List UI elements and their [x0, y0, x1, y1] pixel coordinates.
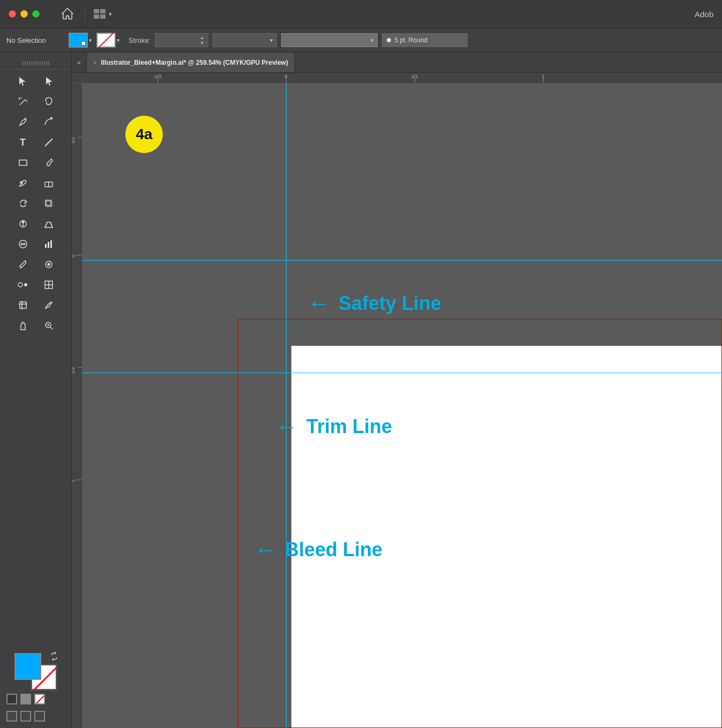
transform-tool[interactable]	[37, 194, 61, 213]
toolbox-swatches	[0, 647, 71, 728]
guide-horizontal-top	[82, 260, 722, 261]
svg-line-23	[45, 222, 47, 228]
measure-tool[interactable]	[37, 255, 61, 274]
svg-marker-5	[46, 77, 52, 86]
app-title: Adob	[695, 10, 713, 19]
none-mode-icon[interactable]	[34, 694, 45, 704]
graph-tool[interactable]	[37, 234, 61, 254]
color-swatch-stack[interactable]	[14, 653, 57, 691]
zoom-tool[interactable]	[37, 316, 61, 335]
tool-row-12	[0, 295, 71, 315]
magic-wand-tool[interactable]	[11, 92, 35, 111]
svg-line-6	[20, 100, 25, 105]
swap-colors-icon[interactable]	[49, 651, 59, 664]
ruler-vlabel-half1: 1/2	[72, 137, 76, 144]
puppet-warp-tool[interactable]	[11, 214, 35, 233]
step-badge: 4a	[125, 116, 163, 153]
stroke-style-dropdown[interactable]: ▾	[213, 33, 277, 47]
guide-vertical-main	[286, 84, 287, 728]
type-tool[interactable]: T	[11, 133, 35, 152]
eraser-tool[interactable]	[37, 173, 61, 193]
document-tab[interactable]: × Illustrator_Bleed+Margin.ai* @ 259.54%…	[87, 52, 295, 72]
fill-dropdown-arrow[interactable]: ▾	[89, 37, 92, 44]
direct-selection-tool[interactable]	[37, 72, 61, 91]
lasso-tool[interactable]	[37, 92, 61, 111]
line-tool[interactable]	[37, 133, 61, 152]
symbol-tool[interactable]	[11, 234, 35, 254]
pencil-tool[interactable]	[11, 173, 35, 193]
workspace-switcher[interactable]: ▾	[94, 9, 112, 19]
tool-row-11	[0, 275, 71, 294]
draw-normal-icon[interactable]	[6, 711, 17, 722]
trim-line-annotation: ← Trim Line	[275, 415, 392, 438]
fill-swatch-front[interactable]	[14, 653, 41, 680]
ruler-vlabel-one: 1	[72, 480, 76, 482]
ruler-vtick-2	[76, 255, 82, 255]
svg-point-10	[25, 118, 26, 119]
svg-point-36	[18, 283, 22, 287]
stroke-down-btn[interactable]: ▼	[198, 40, 206, 46]
gradient-mode-icon[interactable]	[20, 694, 31, 704]
hand-tool[interactable]	[11, 316, 35, 335]
blend-tool[interactable]	[11, 275, 35, 294]
svg-line-46	[50, 327, 52, 329]
color-mode-icon[interactable]	[6, 694, 17, 704]
rotate-tool[interactable]	[11, 194, 35, 213]
canvas-area: « × Illustrator_Bleed+Margin.ai* @ 259.5…	[72, 52, 722, 728]
svg-line-7	[19, 98, 20, 100]
ruler-marks-horizontal: -1/2 0 1/2 1	[82, 73, 722, 83]
ruler-vlabel-zero: 0	[72, 255, 76, 257]
stroke-dropdown-arrow[interactable]: ▾	[117, 37, 120, 44]
canvas-with-rulers[interactable]: -1/2 0 1/2 1 1/2 0 1/2 1	[72, 73, 722, 728]
svg-line-8	[21, 97, 22, 98]
pen-tool[interactable]	[11, 112, 35, 132]
safety-line-arrow: ←	[307, 292, 330, 315]
curvature-tool[interactable]	[37, 112, 61, 132]
titlebar-divider	[85, 6, 85, 21]
gradient-mesh-tool[interactable]	[37, 275, 61, 294]
fill-color-swatch[interactable]	[69, 33, 88, 48]
brush-style-box[interactable]: 5 pt. Round	[382, 33, 468, 47]
draw-inside-icon[interactable]	[34, 711, 45, 722]
svg-point-20	[22, 222, 24, 223]
svg-point-26	[21, 244, 22, 245]
svg-point-37	[24, 283, 27, 286]
tab-bar: « × Illustrator_Bleed+Margin.ai* @ 259.5…	[72, 52, 722, 73]
mode-icons-row	[6, 694, 65, 704]
tool-row-6	[0, 173, 71, 193]
stroke-value-input[interactable]: ▲ ▼	[155, 33, 208, 47]
panel-collapse-button[interactable]: «	[72, 52, 87, 72]
guide-horizontal-mid	[82, 373, 722, 373]
maximize-button[interactable]	[32, 10, 40, 18]
minimize-button[interactable]	[20, 10, 28, 18]
knife-tool[interactable]	[37, 295, 61, 315]
tab-close-icon[interactable]: ×	[93, 59, 96, 66]
tool-row-5	[0, 153, 71, 172]
rectangle-tool[interactable]	[11, 153, 35, 172]
close-button[interactable]	[9, 10, 16, 18]
tool-row-9	[0, 234, 71, 254]
workspace-dropdown-arrow[interactable]: ▾	[109, 11, 112, 18]
variable-width-field[interactable]: ▾	[281, 33, 378, 47]
safety-line-label: Safety Line	[339, 292, 441, 315]
selection-tool[interactable]	[11, 72, 35, 91]
svg-point-28	[24, 244, 25, 245]
home-icon[interactable]	[59, 5, 76, 22]
trim-line-label: Trim Line	[306, 415, 392, 438]
crop-tool[interactable]	[11, 295, 35, 315]
svg-rect-30	[48, 242, 49, 248]
svg-rect-3	[100, 14, 106, 19]
perspective-tool[interactable]	[37, 214, 61, 233]
draw-mode-icons	[6, 711, 65, 722]
eyedropper-tool[interactable]	[11, 255, 35, 274]
stroke-up-btn[interactable]: ▲	[198, 35, 206, 40]
stroke-color-swatch[interactable]	[96, 33, 116, 48]
canvas-content[interactable]: 4a ← Safety Line ← Trim Line ← Bleed Lin…	[82, 84, 722, 728]
tool-row-1	[0, 72, 71, 91]
bleed-line-label: Bleed Line	[285, 539, 382, 561]
draw-behind-icon[interactable]	[20, 711, 31, 722]
svg-point-11	[50, 118, 52, 119]
stroke-spinners[interactable]: ▲ ▼	[198, 35, 206, 46]
trim-line-arrow: ←	[275, 415, 298, 438]
paintbrush-tool[interactable]	[37, 153, 61, 172]
